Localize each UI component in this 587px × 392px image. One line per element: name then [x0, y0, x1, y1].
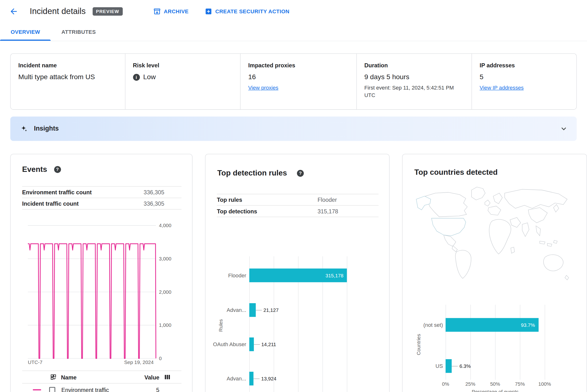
bar-category-label: Advan... — [208, 370, 246, 387]
stat-row: Incident traffic count 336,305 — [22, 198, 182, 210]
tab-attributes[interactable]: ATTRIBUTES — [51, 23, 107, 41]
archive-icon — [153, 8, 161, 16]
legend-name-header: Name — [61, 374, 76, 380]
events-x-axis-left-label: UTC-7 — [28, 360, 42, 365]
summary-incident-name: Incident name Multi type attack from US — [11, 54, 125, 109]
add-box-icon — [205, 8, 212, 16]
events-y-tick-label: 1,000 — [159, 322, 171, 328]
events-y-tick-label: 0 — [159, 356, 162, 361]
bar-advan- — [249, 372, 254, 386]
create-security-action-button[interactable]: CREATE SECURITY ACTION — [205, 8, 289, 16]
map-region-alaska — [416, 196, 431, 210]
x-tick-label: 0% — [434, 381, 457, 387]
events-line-chart: 01,0002,0003,0004,000UTC-7Sep 19, 2024 — [22, 219, 182, 368]
top-detection-rules-card: Top detection rules ? Top rules Flooder … — [205, 154, 390, 392]
tab-overview[interactable]: OVERVIEW — [0, 23, 51, 41]
x-tick-label: 100% — [533, 381, 556, 387]
help-icon[interactable]: ? — [54, 166, 61, 172]
field-label: IP addresses — [480, 62, 569, 68]
field-label: Impacted proxies — [248, 62, 350, 68]
field-value: 9 days 5 hours — [364, 73, 465, 81]
field-label: Duration — [364, 62, 465, 68]
world-map — [414, 183, 576, 294]
tab-attributes-label: ATTRIBUTES — [61, 29, 96, 35]
value-connector-line — [256, 310, 262, 310]
series-checkbox[interactable] — [49, 387, 55, 392]
rules-bar-chart: Flooder315,178Advan...21,127OAuth Abuser… — [205, 253, 389, 392]
x-axis-label: Percentage of events — [446, 389, 545, 392]
tab-bar: OVERVIEW ATTRIBUTES — [0, 23, 587, 41]
view-ip-addresses-link[interactable]: View IP addresses — [480, 84, 524, 90]
top-countries-card: Top countries detected — [402, 154, 587, 392]
field-value: Multi type attack from US — [18, 73, 118, 81]
first-event-timestamp: First event: Sep 11, 2024, 5:42:51 PM UT… — [364, 84, 461, 99]
legend-grid-icon[interactable] — [50, 374, 57, 380]
stat-row: Top rules Flooder — [217, 194, 379, 206]
events-card: Events ? Environment traffic count 336,3… — [11, 154, 192, 392]
summary-risk-level: Risk level i Low — [125, 54, 240, 109]
stat-row: Environment traffic count 336,305 — [22, 186, 182, 198]
stat-label: Top rules — [217, 196, 318, 203]
bar-category-label: Flooder — [208, 267, 246, 284]
bar-value-label: 6.3% — [459, 363, 471, 369]
field-label: Incident name — [18, 62, 118, 68]
tab-overview-label: OVERVIEW — [11, 29, 40, 35]
stat-value: 336,305 — [144, 200, 182, 207]
incident-summary-card: Incident name Multi type attack from US … — [11, 53, 577, 110]
series-value: 5 — [156, 387, 159, 392]
stat-label: Top detections — [217, 208, 318, 214]
column-filter-icon[interactable] — [164, 373, 171, 381]
rules-stats-table: Top rules Flooder Top detections 315,178 — [217, 194, 379, 217]
series-color-swatch — [33, 389, 41, 390]
bar-value-label: 93.7% — [446, 322, 535, 328]
info-icon[interactable]: i — [133, 74, 140, 80]
bar-category-label: US — [407, 358, 443, 374]
page-title: Incident details — [30, 6, 86, 16]
countries-bar-chart: 0%25%50%75%100%(not set)93.7%US6.3%Perce… — [402, 304, 587, 392]
preview-badge: PREVIEW — [93, 7, 123, 16]
rules-y-axis-label: Rules — [218, 310, 224, 340]
x-tick-label: 75% — [508, 381, 531, 387]
summary-impacted-proxies: Impacted proxies 16 View proxies — [240, 54, 356, 109]
legend-value-header: Value — [144, 374, 159, 380]
bar-category-label: (not set) — [407, 316, 443, 333]
events-legend-header: Name Value — [22, 370, 182, 384]
insights-expander[interactable]: Insights — [11, 116, 577, 141]
value-connector-line — [452, 366, 458, 366]
bar-value-label: 14,211 — [261, 342, 276, 347]
summary-ip-addresses: IP addresses 5 View IP addresses — [472, 54, 576, 109]
create-security-action-label: CREATE SECURITY ACTION — [215, 8, 289, 14]
countries-y-axis-label: Countries — [416, 329, 422, 360]
events-y-tick-label: 2,000 — [159, 289, 171, 295]
bar-value-label: 315,178 — [249, 273, 344, 278]
bar-category-label: OAuth Abuser — [208, 336, 246, 353]
stat-value: 336,305 — [144, 189, 182, 196]
chart-gridline — [495, 304, 496, 380]
bar-advan- — [249, 303, 256, 317]
events-card-title: Events — [22, 165, 47, 174]
field-value: 16 — [248, 73, 350, 81]
bar-us — [446, 359, 452, 373]
stat-label: Incident traffic count — [22, 200, 79, 207]
bar-value-label: 21,127 — [263, 307, 279, 313]
summary-duration: Duration 9 days 5 hours First event: Sep… — [356, 54, 472, 109]
stat-value: 315,178 — [318, 208, 338, 214]
legend-row: Environment traffic 5 — [22, 387, 182, 392]
archive-button[interactable]: ARCHIVE — [153, 8, 189, 16]
incident-details-page: Incident details PREVIEW ARCHIVE CREATE … — [0, 0, 587, 392]
help-icon[interactable]: ? — [297, 170, 304, 176]
back-button[interactable] — [8, 5, 20, 18]
chart-gridline — [545, 304, 545, 380]
field-value: 5 — [480, 73, 569, 81]
rules-card-title: Top detection rules — [217, 169, 287, 178]
x-tick-label: 50% — [484, 381, 507, 387]
bar-value-label: 13,924 — [261, 376, 276, 382]
field-label: Risk level — [133, 62, 233, 68]
stat-label: Environment traffic count — [22, 189, 92, 196]
chevron-down-icon[interactable] — [559, 124, 568, 133]
archive-button-label: ARCHIVE — [164, 8, 189, 14]
series-name: Environment traffic — [61, 387, 109, 392]
view-proxies-link[interactable]: View proxies — [248, 84, 278, 90]
chart-gridline — [347, 256, 347, 392]
value-connector-line — [254, 378, 260, 379]
